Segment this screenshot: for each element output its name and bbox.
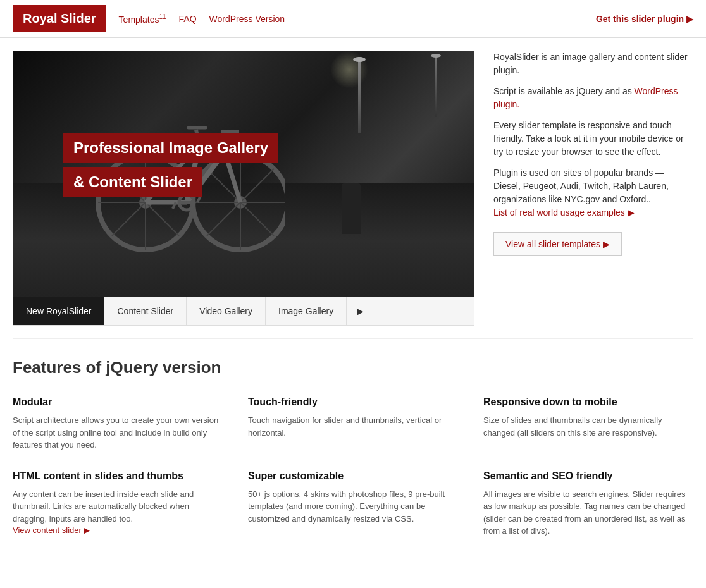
feature-touch: Touch-friendly Touch navigation for slid… [248, 396, 458, 451]
feature-modular-heading: Modular [13, 396, 223, 408]
sidebar-desc2: Script is available as jQuery and as Wor… [493, 85, 693, 111]
person-silhouette [342, 183, 361, 234]
tab-new-royalslider[interactable]: New RoyalSlider [13, 297, 104, 325]
street-light-2 [435, 54, 437, 117]
header: Royal Slider Templates11 FAQ WordPress V… [0, 0, 706, 38]
sidebar-desc1: RoyalSlider is an image gallery and cont… [493, 51, 693, 77]
feature-responsive-heading: Responsive down to mobile [483, 396, 693, 408]
feature-customizable-heading: Super customizable [248, 470, 458, 482]
feature-responsive: Responsive down to mobile Size of slides… [483, 396, 693, 451]
caption-line1: Professional Image Gallery [63, 133, 278, 163]
slider-image: Professional Image Gallery & Content Sli… [13, 51, 474, 297]
feature-seo-heading: Semantic and SEO friendly [483, 470, 693, 482]
tab-image-gallery[interactable]: Image Gallery [266, 297, 347, 325]
main-nav: Templates11 FAQ WordPress Version [119, 13, 596, 25]
feature-seo: Semantic and SEO friendly All images are… [483, 470, 693, 537]
tab-content-slider[interactable]: Content Slider [104, 297, 187, 325]
slider-tabs: New RoyalSlider Content Slider Video Gal… [13, 297, 474, 326]
feature-customizable-text: 50+ js options, 4 skins with photoshop f… [248, 488, 458, 525]
features-section: Features of jQuery version Modular Scrip… [0, 339, 706, 556]
main-content: Professional Image Gallery & Content Sli… [0, 38, 706, 338]
nav-faq[interactable]: FAQ [179, 14, 197, 24]
view-templates-button[interactable]: View all slider templates ▶ [493, 232, 622, 256]
sidebar-desc3: Every slider template is responsive and … [493, 119, 693, 159]
slider-caption: Professional Image Gallery & Content Sli… [63, 133, 278, 197]
view-content-slider-link[interactable]: View content slider ▶ [13, 525, 90, 535]
feature-touch-text: Touch navigation for slider and thumbnai… [248, 414, 458, 439]
get-plugin-link[interactable]: Get this slider plugin ▶ [596, 14, 693, 24]
feature-html-heading: HTML content in slides and thumbs [13, 470, 223, 482]
nav-wordpress[interactable]: WordPress Version [209, 14, 285, 24]
feature-modular-text: Script architecture allows you to create… [13, 414, 223, 451]
feature-seo-text: All images are visible to search engines… [483, 488, 693, 537]
caption-line2: & Content Slider [63, 167, 202, 197]
sidebar-desc4: Plugin is used on sites of popular brand… [493, 166, 693, 219]
logo[interactable]: Royal Slider [13, 5, 106, 32]
feature-html-text: Any content can be inserted inside each … [13, 488, 223, 525]
feature-responsive-text: Size of slides and thumbnails can be dyn… [483, 414, 693, 439]
slider-area: Professional Image Gallery & Content Sli… [13, 51, 474, 326]
features-grid: Modular Script architecture allows you t… [13, 396, 693, 537]
street-light-1 [358, 57, 361, 133]
slider-background: Professional Image Gallery & Content Sli… [13, 51, 474, 297]
feature-touch-heading: Touch-friendly [248, 396, 458, 408]
slider-tabs-arrow[interactable]: ▶ [347, 297, 374, 325]
features-title: Features of jQuery version [13, 358, 693, 377]
feature-customizable: Super customizable 50+ js options, 4 ski… [248, 470, 458, 537]
feature-modular: Modular Script architecture allows you t… [13, 396, 223, 451]
real-world-link[interactable]: List of real world usage examples ▶ [493, 207, 635, 217]
nav-templates[interactable]: Templates11 [119, 13, 166, 25]
sidebar: RoyalSlider is an image gallery and cont… [493, 51, 693, 326]
light-glow [330, 51, 368, 89]
feature-html-content: HTML content in slides and thumbs Any co… [13, 470, 223, 537]
tab-video-gallery[interactable]: Video Gallery [187, 297, 266, 325]
